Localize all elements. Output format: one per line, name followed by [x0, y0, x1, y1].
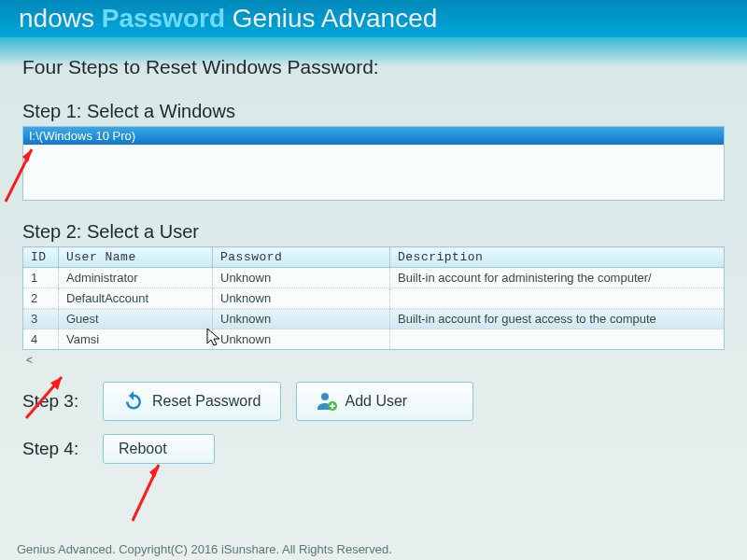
reboot-label: Reboot — [119, 441, 167, 457]
reset-password-button[interactable]: Reset Password — [103, 382, 281, 421]
cell-id: 2 — [23, 288, 59, 309]
step4-row: Step 4: Reboot — [22, 434, 725, 464]
user-table: ID User Name Password Description 1 Admi… — [22, 246, 725, 350]
annotation-arrow-icon — [127, 459, 174, 525]
svg-marker-7 — [149, 465, 159, 478]
reboot-button[interactable]: Reboot — [103, 434, 215, 464]
svg-line-6 — [133, 465, 159, 521]
windows-list[interactable]: I:\(Windows 10 Pro) — [22, 126, 725, 201]
reset-password-label: Reset Password — [152, 393, 261, 410]
add-user-label: Add User — [345, 393, 408, 410]
col-id[interactable]: ID — [23, 247, 59, 268]
cell-pass: Unknown — [213, 268, 390, 288]
cell-desc — [390, 329, 725, 350]
main-content: Four Steps to Reset Windows Password: St… — [0, 37, 747, 464]
cell-user: Guest — [59, 309, 213, 329]
title-part3: Genius Advanced — [233, 4, 438, 33]
cell-pass: Unknown — [213, 309, 390, 329]
title-part2: Password — [102, 4, 225, 33]
table-row[interactable]: 3 Guest Unknown Built-in account for gue… — [23, 309, 725, 329]
cell-desc: Built-in account for guest access to the… — [390, 309, 725, 329]
cell-id: 4 — [23, 329, 59, 350]
step1-heading: Step 1: Select a Windows — [22, 101, 725, 122]
table-row[interactable]: 4 Vamsi Unknown — [23, 329, 725, 350]
cell-pass: Unknown — [213, 329, 390, 350]
cell-desc — [390, 288, 725, 309]
cell-id: 1 — [23, 268, 59, 288]
cell-desc: Built-in account for administering the c… — [390, 268, 725, 288]
cell-user: DefaultAccount — [59, 288, 213, 309]
add-user-button[interactable]: Add User — [296, 382, 473, 421]
step3-row: Step 3: Reset Password Add User — [22, 382, 725, 421]
cell-pass: Unknown — [213, 288, 390, 309]
cell-user: Administrator — [59, 268, 213, 288]
page-title: Four Steps to Reset Windows Password: — [22, 56, 725, 78]
scroll-hint[interactable]: < — [22, 354, 725, 382]
refresh-icon — [122, 390, 145, 413]
add-user-icon — [316, 390, 338, 413]
step3-label: Step 3: — [22, 391, 88, 412]
cell-id: 3 — [23, 309, 59, 329]
footer-copyright: Genius Advanced. Copyright(C) 2016 iSuns… — [17, 542, 392, 556]
step2-heading: Step 2: Select a User — [22, 221, 725, 243]
table-row[interactable]: 2 DefaultAccount Unknown — [23, 288, 725, 309]
windows-item[interactable]: I:\(Windows 10 Pro) — [23, 127, 724, 145]
cell-user: Vamsi — [59, 329, 213, 350]
app-header: ndows Password Genius Advanced — [0, 0, 747, 37]
svg-point-0 — [321, 393, 329, 400]
step4-label: Step 4: — [22, 439, 88, 459]
table-header-row: ID User Name Password Description — [23, 247, 725, 268]
table-row[interactable]: 1 Administrator Unknown Built-in account… — [23, 268, 725, 288]
col-user[interactable]: User Name — [59, 247, 213, 268]
col-pass[interactable]: Password — [213, 247, 390, 268]
title-part1: ndows — [19, 4, 94, 33]
col-desc[interactable]: Description — [390, 247, 725, 268]
